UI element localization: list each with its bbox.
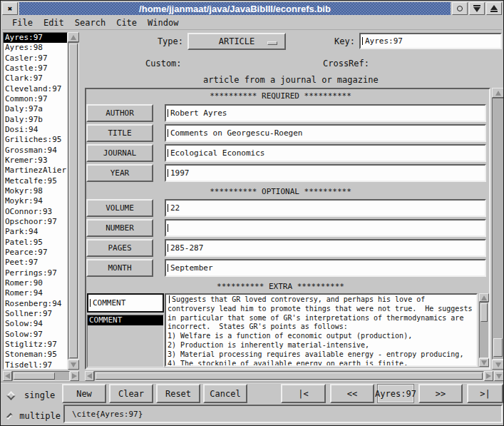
list-item[interactable]: Grossman:94 [4, 146, 67, 156]
reference-list[interactable]: Ayres:97Ayres:98Casler:97Castle:97Clark:… [3, 32, 68, 370]
menu-cite[interactable]: Cite [116, 18, 137, 28]
list-item[interactable]: Ayres:97 [4, 33, 67, 43]
list-item[interactable]: Perrings:97 [4, 268, 67, 278]
mode-radio-multiple[interactable]: multiple [8, 409, 61, 423]
scroll-trough[interactable] [68, 42, 79, 360]
list-item[interactable]: Rosenberg:94 [4, 299, 67, 309]
key-input[interactable]: Ayres:97 [359, 33, 502, 49]
next-record-button[interactable]: >> [418, 384, 463, 403]
current-record-indicator[interactable]: Ayres:97 [377, 384, 414, 403]
scroll-trough[interactable] [479, 302, 489, 358]
entry-panel-vscrollbar[interactable] [492, 88, 504, 370]
scroll-thumb[interactable] [96, 372, 483, 380]
maximize-button[interactable] [486, 2, 502, 15]
list-item[interactable]: Common:97 [4, 94, 67, 104]
scroll-right-button[interactable] [70, 371, 79, 381]
author-input[interactable]: Robert Ayres [165, 104, 486, 122]
pages-input[interactable]: 285-287 [165, 239, 486, 257]
list-item[interactable]: Pearce:97 [4, 248, 67, 258]
scroll-trough[interactable] [94, 371, 484, 381]
scroll-thumb[interactable] [14, 372, 55, 380]
comment-textarea[interactable]: Suggests that GR loved controversy, and … [165, 293, 478, 367]
list-item[interactable]: Daly:97a [4, 104, 67, 114]
list-item[interactable]: Park:94 [4, 227, 67, 237]
journal-input[interactable]: Ecological Economics [165, 144, 486, 162]
scroll-left-button[interactable] [85, 371, 94, 381]
cite-field[interactable]: \cite{Ayres:97} [63, 405, 503, 423]
scroll-trough[interactable] [492, 98, 504, 360]
comment-vscrollbar[interactable] [479, 293, 489, 367]
list-item[interactable]: Tisdell:97 [4, 360, 67, 370]
titlebar[interactable]: ✖ /home/jjanmaat/java/JavaBibIII/econref… [2, 2, 502, 15]
scroll-up-button[interactable] [492, 88, 504, 98]
prev-record-button[interactable]: << [330, 384, 374, 403]
number-input[interactable] [165, 219, 486, 237]
list-item[interactable]: Dosi:94 [4, 125, 67, 135]
iconify-button[interactable] [469, 2, 485, 15]
comment-tag-input[interactable]: COMMENT [87, 293, 164, 313]
reset-button[interactable]: Reset [156, 384, 200, 403]
cancel-button[interactable]: Cancel [203, 384, 247, 403]
scroll-thumb[interactable] [480, 303, 488, 322]
scroll-right-button[interactable] [484, 371, 493, 381]
winlist-button[interactable] [452, 2, 468, 15]
menu-search[interactable]: Search [75, 18, 106, 28]
list-item[interactable]: Stoneman:95 [4, 350, 67, 360]
menu-window[interactable]: Window [148, 18, 178, 28]
down-arrow-icon [71, 362, 76, 367]
close-icon: ✖ [8, 5, 13, 13]
list-item[interactable]: OConnor:93 [4, 207, 67, 217]
list-item[interactable]: Cleveland:97 [4, 84, 67, 94]
list-item[interactable]: Casler:97 [4, 54, 67, 64]
title-input[interactable]: Comments on Georgescu-Roegen [165, 124, 486, 142]
first-record-button[interactable]: |< [281, 384, 326, 403]
list-item[interactable]: Daly:97b [4, 115, 67, 125]
clear-button[interactable]: Clear [109, 384, 153, 403]
close-button[interactable]: ✖ [2, 2, 18, 15]
list-item[interactable]: Kremer:93 [4, 156, 67, 166]
scroll-thumb[interactable] [69, 44, 78, 358]
list-item[interactable]: Ayres:98 [4, 43, 67, 53]
new-button[interactable]: New [62, 384, 106, 403]
year-value: 1997 [170, 168, 190, 178]
scroll-up-button[interactable] [479, 293, 489, 302]
list-item[interactable]: Patel:95 [4, 238, 67, 248]
scroll-down-button[interactable] [68, 360, 79, 370]
menu-edit[interactable]: Edit [43, 18, 64, 28]
scroll-left-button[interactable] [3, 371, 12, 381]
year-input[interactable]: 1997 [165, 164, 486, 182]
list-item[interactable]: Sollner:97 [4, 309, 67, 319]
scroll-trough[interactable] [12, 371, 70, 381]
entry-panel-hscrollbar[interactable] [85, 371, 493, 381]
menu-file[interactable]: File [12, 18, 33, 28]
list-item[interactable]: Peet:97 [4, 258, 67, 268]
list-item[interactable]: Moykr:94 [4, 196, 67, 206]
comment-tag-list[interactable]: COMMENT [87, 315, 164, 367]
list-item[interactable]: Clark:97 [4, 73, 67, 83]
mode-radio-single[interactable]: single [8, 388, 58, 402]
list-item[interactable]: Castle:97 [4, 64, 67, 73]
list-item[interactable]: Solow:94 [4, 319, 67, 329]
list-item[interactable]: COMMENT [88, 315, 163, 325]
type-label: Type: [140, 36, 183, 46]
list-item[interactable]: Metcalfe:95 [4, 176, 67, 186]
reference-list-vscrollbar[interactable] [68, 32, 79, 370]
month-input[interactable]: September [165, 259, 486, 277]
month-value: September [170, 263, 213, 273]
scroll-up-button[interactable] [68, 32, 79, 42]
list-item[interactable]: Mokyr:98 [4, 186, 67, 196]
type-dropdown[interactable]: ARTICLE [187, 33, 286, 50]
list-item[interactable]: Stiglitz:97 [4, 340, 67, 350]
last-record-button[interactable]: >| [467, 384, 503, 403]
scroll-down-button[interactable] [479, 358, 489, 367]
list-item[interactable]: Romer:90 [4, 278, 67, 288]
reference-list-hscrollbar[interactable] [3, 371, 79, 381]
list-item[interactable]: Griliches:95 [4, 135, 67, 145]
scroll-down-button[interactable] [492, 360, 504, 370]
volume-input[interactable]: 22 [165, 199, 486, 217]
list-item[interactable]: Opschoor:97 [4, 217, 67, 227]
list-item[interactable]: Romer:94 [4, 288, 67, 298]
list-item[interactable]: MartinezAlier:97 [4, 166, 67, 176]
scroll-thumb[interactable] [493, 338, 503, 357]
list-item[interactable]: Solow:97 [4, 330, 67, 340]
